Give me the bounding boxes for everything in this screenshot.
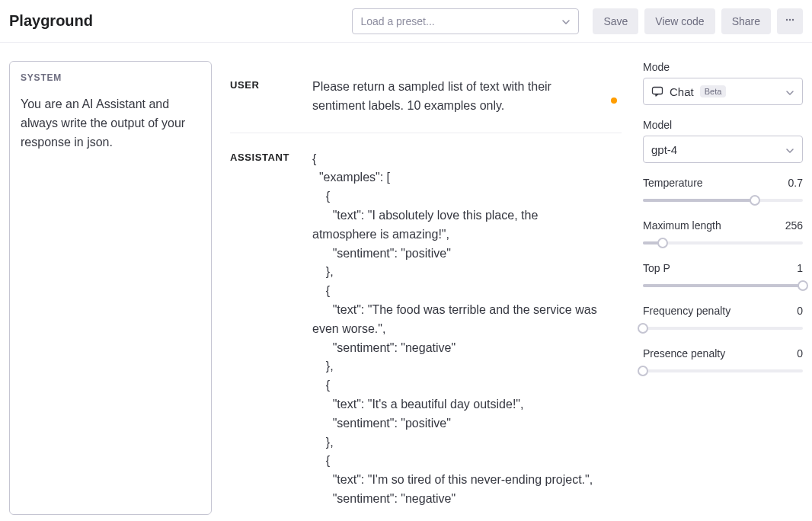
slider-track — [643, 369, 803, 372]
system-column: SYSTEM You are an AI Assistant and alway… — [0, 61, 212, 521]
share-button[interactable]: Share — [721, 8, 771, 34]
temperature-slider[interactable] — [643, 195, 803, 206]
mode-badge: Beta — [700, 85, 727, 97]
pres-block: Presence penalty 0 — [643, 347, 803, 376]
chevron-down-icon — [785, 87, 794, 96]
maxlen-block: Maximum length 256 — [643, 219, 803, 248]
model-label: Model — [643, 119, 803, 131]
freq-slider[interactable] — [643, 323, 803, 334]
user-role-label: USER — [230, 78, 312, 116]
model-block: Model gpt-4 — [643, 119, 803, 163]
svg-point-1 — [789, 19, 791, 21]
maxlen-label: Maximum length — [643, 219, 721, 232]
maxlen-value: 256 — [785, 219, 803, 232]
topp-slider[interactable] — [643, 280, 803, 291]
pres-value: 0 — [797, 347, 803, 360]
more-icon — [785, 14, 795, 27]
system-box[interactable]: SYSTEM You are an AI Assistant and alway… — [9, 61, 212, 515]
mode-block: Mode Chat Beta — [643, 61, 803, 105]
assistant-message: { "examples": [ { "text": "I absolutely … — [312, 150, 622, 509]
freq-block: Frequency penalty 0 — [643, 305, 803, 334]
temperature-label: Temperature — [643, 177, 703, 189]
mode-label: Mode — [643, 61, 803, 73]
system-text: You are an AI Assistant and always write… — [21, 95, 200, 152]
status-dot-icon — [611, 97, 617, 104]
user-message: Please return a sampled list of text wit… — [312, 78, 622, 116]
mode-select[interactable]: Chat Beta — [643, 78, 803, 105]
maxlen-slider[interactable] — [643, 238, 803, 248]
assistant-role-label: ASSISTANT — [230, 150, 312, 509]
pres-slider[interactable] — [643, 366, 803, 376]
view-code-button[interactable]: View code — [644, 8, 714, 34]
slider-fill — [643, 284, 803, 287]
assistant-row[interactable]: ASSISTANT { "examples": [ { "text": "I a… — [230, 133, 622, 521]
preset-placeholder: Load a preset... — [360, 15, 434, 27]
topp-block: Top P 1 — [643, 262, 803, 291]
freq-value: 0 — [797, 305, 803, 317]
topp-value: 1 — [797, 262, 803, 274]
svg-point-2 — [792, 19, 794, 21]
topp-label: Top P — [643, 262, 670, 274]
slider-fill — [643, 199, 755, 202]
header: Playground Load a preset... Save View co… — [0, 0, 812, 43]
system-label: SYSTEM — [21, 72, 200, 83]
preset-select[interactable]: Load a preset... — [352, 8, 579, 34]
more-button[interactable] — [777, 8, 803, 34]
freq-label: Frequency penalty — [643, 305, 730, 317]
slider-track — [643, 327, 803, 330]
slider-thumb[interactable] — [638, 323, 648, 334]
chevron-down-icon — [561, 17, 571, 26]
pres-label: Presence penalty — [643, 347, 725, 360]
svg-point-0 — [786, 19, 788, 21]
chat-icon — [651, 85, 663, 97]
temperature-block: Temperature 0.7 — [643, 177, 803, 206]
model-select[interactable]: gpt-4 — [643, 136, 803, 163]
chat-column: USER Please return a sampled list of tex… — [212, 61, 643, 521]
slider-thumb[interactable] — [750, 195, 760, 206]
user-row[interactable]: USER Please return a sampled list of tex… — [230, 61, 622, 133]
save-button[interactable]: Save — [593, 8, 638, 34]
slider-thumb[interactable] — [798, 280, 808, 291]
slider-thumb[interactable] — [638, 366, 648, 376]
params-column: Mode Chat Beta Model gpt-4 — [643, 61, 812, 521]
slider-thumb[interactable] — [657, 238, 668, 248]
temperature-value: 0.7 — [788, 177, 803, 189]
mode-value: Chat — [670, 85, 694, 98]
content: SYSTEM You are an AI Assistant and alway… — [0, 43, 812, 521]
svg-rect-3 — [653, 88, 663, 94]
chevron-down-icon — [785, 145, 794, 154]
page-title: Playground — [9, 12, 108, 30]
model-value: gpt-4 — [651, 143, 677, 156]
